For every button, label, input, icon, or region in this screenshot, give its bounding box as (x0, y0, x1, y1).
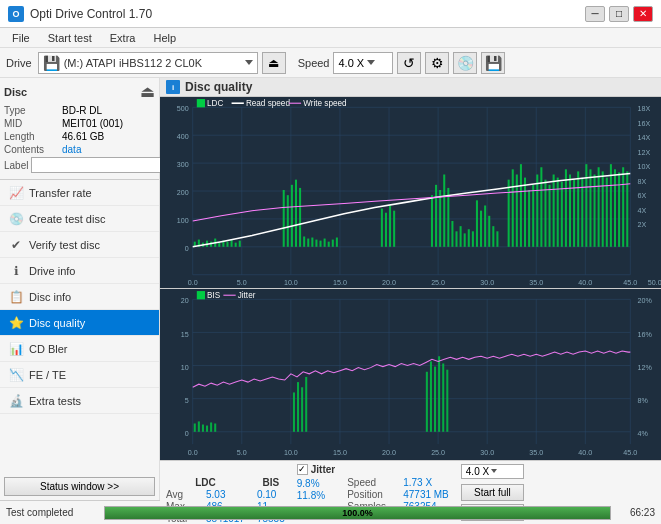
svg-rect-108 (577, 171, 579, 246)
svg-text:4%: 4% (637, 429, 648, 438)
svg-rect-171 (430, 362, 432, 432)
svg-rect-92 (512, 169, 514, 246)
sidebar-item-fe-te[interactable]: 📉 FE / TE (0, 362, 159, 388)
speed-select-dropdown[interactable]: 4.0 X (461, 464, 524, 479)
speed-selector[interactable]: 4.0 X (333, 52, 393, 74)
svg-text:50.0 GB: 50.0 GB (648, 278, 661, 287)
nav-label-cd-bler: CD Bler (29, 343, 68, 355)
svg-text:45.0: 45.0 (623, 448, 637, 457)
disc-button[interactable]: 💿 (453, 52, 477, 74)
sidebar-item-create-test-disc[interactable]: 💿 Create test disc (0, 206, 159, 232)
contents-val: data (62, 144, 81, 155)
jitter-checkbox[interactable]: ✓ (297, 464, 308, 475)
svg-text:20%: 20% (637, 297, 652, 306)
menu-start-test[interactable]: Start test (40, 30, 100, 46)
nav-label-extra-tests: Extra tests (29, 395, 81, 407)
svg-rect-77 (443, 174, 445, 246)
svg-rect-61 (303, 236, 305, 246)
drive-selector[interactable]: 💾 (M:) ATAPI iHBS112 2 CL0K (38, 52, 258, 74)
svg-rect-54 (235, 243, 237, 247)
eject-button[interactable]: ⏏ (262, 52, 286, 74)
svg-text:0.0: 0.0 (188, 448, 198, 457)
svg-rect-104 (561, 182, 563, 247)
svg-text:10: 10 (181, 363, 189, 372)
svg-rect-95 (524, 178, 526, 247)
sidebar-item-disc-quality[interactable]: ⭐ Disc quality (0, 310, 159, 336)
maximize-button[interactable]: □ (609, 6, 629, 22)
svg-text:45.0: 45.0 (623, 278, 637, 287)
svg-rect-63 (311, 238, 313, 247)
svg-text:Write speed: Write speed (303, 99, 347, 108)
nav-label-create-test-disc: Create test disc (29, 213, 105, 225)
sidebar-item-transfer-rate[interactable]: 📈 Transfer rate (0, 180, 159, 206)
refresh-button[interactable]: ↺ (397, 52, 421, 74)
svg-rect-86 (480, 211, 482, 247)
svg-text:14X: 14X (637, 133, 650, 142)
svg-text:Jitter: Jitter (238, 291, 256, 300)
time-text: 66:23 (619, 507, 655, 518)
svg-text:10.0: 10.0 (284, 278, 298, 287)
length-val: 46.61 GB (62, 131, 104, 142)
svg-text:0: 0 (185, 429, 189, 438)
sidebar-item-disc-info[interactable]: 📋 Disc info (0, 284, 159, 310)
svg-rect-180 (197, 291, 205, 299)
speed-dropdown-arrow (367, 60, 375, 65)
label-input[interactable] (31, 157, 164, 173)
svg-rect-164 (194, 424, 196, 432)
svg-text:200: 200 (177, 188, 189, 197)
close-button[interactable]: ✕ (633, 6, 653, 22)
drive-dropdown-arrow (245, 60, 253, 65)
svg-rect-99 (540, 167, 542, 247)
chart-title: Disc quality (185, 80, 252, 94)
sidebar-item-extra-tests[interactable]: 🔬 Extra tests (0, 388, 159, 414)
status-window-button[interactable]: Status window >> (4, 477, 155, 496)
sidebar-item-verify-test-disc[interactable]: ✔ Verify test disc (0, 232, 159, 258)
menu-bar: File Start test Extra Help (0, 28, 661, 48)
svg-rect-57 (287, 195, 289, 247)
mid-key: MID (4, 118, 62, 129)
drive-info-icon: ℹ (8, 264, 24, 278)
svg-rect-166 (202, 425, 204, 432)
svg-rect-50 (218, 243, 220, 247)
svg-text:15: 15 (181, 330, 189, 339)
bottom-chart-svg: 20 15 10 5 0 20% 16% 12% 8% 4% 0.0 5.0 1… (160, 289, 661, 460)
menu-extra[interactable]: Extra (102, 30, 144, 46)
svg-text:4X: 4X (637, 206, 646, 215)
top-chart: 500 400 300 200 100 0 18X 16X 14X 12X 10… (160, 97, 661, 288)
svg-rect-58 (291, 185, 293, 247)
save-button[interactable]: 💾 (481, 52, 505, 74)
settings-button[interactable]: ⚙ (425, 52, 449, 74)
svg-rect-103 (557, 178, 559, 247)
svg-rect-52 (226, 242, 228, 247)
svg-rect-65 (320, 241, 322, 247)
app-title: Opti Drive Control 1.70 (30, 7, 152, 21)
menu-file[interactable]: File (4, 30, 38, 46)
bottom-chart: 20 15 10 5 0 20% 16% 12% 8% 4% 0.0 5.0 1… (160, 289, 661, 460)
svg-rect-111 (589, 169, 591, 246)
svg-text:40.0: 40.0 (578, 448, 592, 457)
start-full-button[interactable]: Start full (461, 484, 524, 501)
svg-text:10.0: 10.0 (284, 448, 298, 457)
svg-rect-53 (231, 240, 233, 247)
svg-rect-110 (585, 164, 587, 247)
speed-select-arrow (491, 469, 497, 473)
sidebar-item-drive-info[interactable]: ℹ Drive info (0, 258, 159, 284)
svg-rect-119 (622, 167, 624, 247)
svg-rect-62 (307, 239, 309, 247)
svg-text:20.0: 20.0 (382, 278, 396, 287)
minimize-button[interactable]: ─ (585, 6, 605, 22)
svg-rect-96 (528, 190, 530, 247)
sidebar: Disc ⏏ Type BD-R DL MID MEIT01 (001) Len… (0, 78, 160, 500)
speed-val: 1.73 X (403, 477, 432, 488)
svg-text:2X: 2X (637, 220, 646, 229)
drive-label: Drive (6, 57, 32, 69)
menu-help[interactable]: Help (145, 30, 184, 46)
disc-eject-icon[interactable]: ⏏ (140, 82, 155, 101)
top-chart-svg: 500 400 300 200 100 0 18X 16X 14X 12X 10… (160, 97, 661, 288)
svg-rect-115 (606, 178, 608, 247)
svg-rect-113 (598, 167, 600, 247)
sidebar-item-cd-bler[interactable]: 📊 CD Bler (0, 336, 159, 362)
svg-text:18X: 18X (637, 104, 650, 113)
svg-text:8%: 8% (637, 396, 648, 405)
svg-rect-70 (381, 209, 383, 247)
